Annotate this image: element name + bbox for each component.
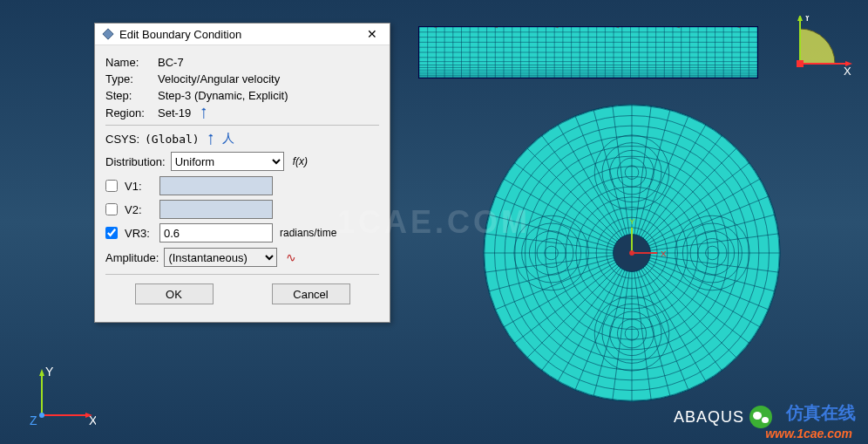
vr3-unit: radians/time: [280, 227, 336, 239]
svg-rect-179: [797, 60, 804, 67]
amplitude-label: Amplitude:: [105, 251, 159, 264]
svg-marker-169: [39, 369, 44, 376]
close-icon[interactable]: ✕: [362, 27, 383, 41]
v2-checkbox[interactable]: [105, 203, 118, 215]
type-value: Velocity/Angular velocity: [158, 72, 280, 85]
name-label: Name:: [105, 56, 158, 69]
step-value: Step-3 (Dynamic, Explicit): [158, 89, 288, 102]
step-label: Step:: [105, 89, 158, 102]
wechat-icon: [749, 406, 772, 428]
svg-text:X: X: [89, 413, 96, 427]
vr3-checkbox[interactable]: [105, 227, 118, 239]
dialog-body: Name:BC-7 Type:Velocity/Angular velocity…: [95, 45, 390, 322]
svg-point-171: [39, 413, 44, 418]
svg-text:X: X: [844, 65, 851, 77]
viewport[interactable]: X Y: [410, 17, 851, 427]
svg-text:Z: Z: [30, 413, 37, 427]
region-value: Set-19: [158, 106, 191, 120]
name-value: BC-7: [158, 56, 184, 69]
csys-triad-icon[interactable]: 人: [222, 131, 234, 147]
v1-input[interactable]: [159, 176, 273, 195]
distribution-select[interactable]: Uniform: [171, 152, 284, 171]
pick-region-icon[interactable]: ⭡: [198, 106, 210, 120]
dialog-titlebar[interactable]: Edit Boundary Condition ✕: [95, 24, 390, 45]
amplitude-wave-icon[interactable]: ∿: [282, 250, 296, 264]
url-text: www.1cae.com: [765, 427, 852, 441]
vr3-label: VR3:: [125, 227, 153, 240]
svg-text:Y: Y: [45, 367, 54, 379]
datum-triad: X Y: [791, 16, 852, 77]
rectangular-mesh: [418, 26, 758, 79]
csys-label: CSYS:: [105, 133, 139, 146]
region-label: Region:: [105, 106, 158, 120]
svg-text:X: X: [661, 249, 667, 258]
product-brand: ABAQUS: [674, 406, 772, 428]
csys-value: (Global): [145, 133, 200, 146]
cancel-button[interactable]: Cancel: [272, 283, 350, 304]
v2-label: V2:: [125, 203, 153, 216]
amplitude-select[interactable]: (Instantaneous): [164, 248, 277, 267]
pick-csys-icon[interactable]: ⭡: [205, 132, 217, 146]
dialog-title: Edit Boundary Condition: [119, 28, 362, 41]
disc-mesh: X Y: [479, 100, 784, 406]
vr3-input[interactable]: [159, 223, 273, 242]
v1-checkbox[interactable]: [105, 180, 118, 192]
view-triad: X Y Z: [26, 367, 96, 428]
fx-icon[interactable]: f(x): [289, 155, 308, 167]
distribution-label: Distribution:: [105, 155, 166, 168]
svg-marker-177: [797, 16, 803, 21]
svg-marker-0: [103, 29, 113, 39]
cn-text: 仿真在线: [786, 401, 856, 425]
app-icon: [102, 28, 114, 40]
svg-text:Y: Y: [629, 216, 635, 226]
v2-input[interactable]: [159, 200, 273, 219]
type-label: Type:: [105, 72, 158, 85]
v1-label: V1:: [125, 180, 153, 193]
svg-text:Y: Y: [804, 16, 811, 24]
svg-point-164: [629, 250, 634, 256]
edit-bc-dialog: Edit Boundary Condition ✕ Name:BC-7 Type…: [94, 23, 390, 323]
ok-button[interactable]: OK: [135, 283, 214, 304]
